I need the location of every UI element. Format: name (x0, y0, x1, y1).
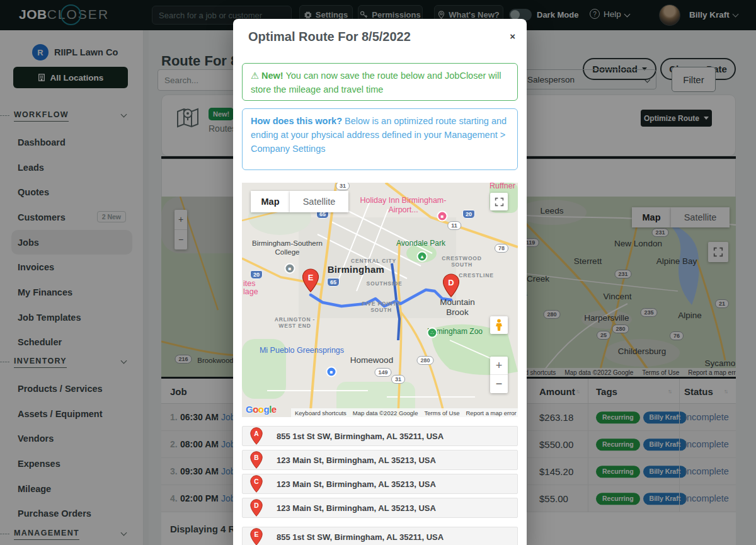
map-label: CRESTLINE (459, 272, 493, 278)
route-stop-row[interactable]: B 123 Main St, Birmingham, AL 35213, USA (242, 450, 518, 470)
google-logo-letter: g (264, 404, 270, 415)
map-label: lage (243, 287, 258, 296)
app-root: JOBCLOSER Settings Permissions What's Ne… (0, 0, 756, 545)
poi-glyph: ■ (330, 369, 333, 374)
route-stop-row[interactable]: E 855 1st St SW, Birmingham, AL 35211, U… (242, 527, 518, 545)
poi-marker-icon: ∴ (427, 328, 438, 338)
close-icon[interactable]: × (510, 32, 515, 41)
stop-address: 123 Main St, Birmingham, AL 35213, USA (277, 479, 436, 489)
svg-text:A: A (254, 430, 259, 437)
map-type-map-button[interactable]: Map (251, 191, 290, 212)
map-label: Mi Pueblo Greensprings (260, 346, 344, 355)
map-type-satellite-button[interactable]: Satellite (290, 191, 348, 212)
route-stops-list: A 855 1st St SW, Birmingham, AL 35211, U… (233, 426, 527, 545)
map-zoom-control[interactable]: + − (490, 357, 508, 393)
stop-pin-icon: A (250, 427, 263, 445)
map-label: SOUTHSIDE (367, 280, 403, 287)
attribution-data: Map data ©2022 Google (353, 410, 418, 416)
map-label: 78 (495, 244, 508, 253)
google-logo-letter: e (272, 404, 277, 415)
alert-bold: How does this work? (251, 116, 342, 126)
stop-address: 855 1st St SW, Birmingham, AL 35211, USA (277, 532, 444, 542)
map-label: 280 (416, 356, 433, 365)
zoom-out-button[interactable]: − (490, 375, 508, 393)
poi-glyph: ∴ (430, 330, 433, 335)
attribution-shortcuts[interactable]: Keyboard shortcuts (295, 410, 346, 416)
zoom-in-button[interactable]: + (490, 357, 508, 375)
alert-bold: New! (261, 71, 284, 81)
map-label: 31 (336, 183, 350, 190)
stop-address: 123 Main St, Birmingham, AL 35213, USA (277, 456, 436, 465)
poi-marker-icon: ■ (437, 211, 448, 222)
map-label: Birmingham (328, 264, 385, 275)
svg-text:D: D (254, 502, 258, 509)
attribution-report[interactable]: Report a map error (466, 410, 516, 416)
modal-title: Optimal Route For 8/5/2022 (248, 30, 411, 44)
poi-marker-icon: ■ (285, 263, 295, 274)
map-fullscreen-button[interactable] (490, 193, 508, 210)
route-stop-pin[interactable]: E (302, 268, 319, 295)
svg-text:B: B (254, 454, 258, 461)
map-label: Homewood (350, 355, 393, 365)
map-label: 11 (447, 221, 461, 230)
map-label: 65 (327, 278, 340, 287)
google-logo-letter: o (253, 404, 258, 415)
map-label: Holiday Inn Birmingham-Airport... (356, 196, 450, 215)
alert-text: You can now save the route below and Job… (251, 71, 501, 95)
stop-pin-icon: C (250, 475, 263, 493)
route-stop-row[interactable]: A 855 1st St SW, Birmingham, AL 35211, U… (242, 426, 518, 446)
route-stop-pin[interactable]: D (443, 273, 460, 300)
route-map[interactable]: BirminghamMountain BrookHomewoodBirmingh… (242, 183, 518, 417)
map-label: CENTRAL CITY (351, 258, 396, 264)
map-label: 20 (462, 210, 475, 219)
route-stop-row[interactable]: D 123 Main St, Birmingham, AL 35213, USA (242, 498, 518, 518)
map-label: Birmingham-Southern College (248, 239, 327, 257)
stop-address: 123 Main St, Birmingham, AL 35213, USA (277, 503, 436, 513)
poi-glyph: ▲ (420, 254, 425, 259)
svg-text:E: E (255, 531, 259, 538)
attribution-terms[interactable]: Terms of Use (425, 410, 460, 416)
stop-pin-icon: B (250, 451, 263, 469)
google-logo-letter: G (246, 404, 253, 415)
poi-marker-icon: ▲ (417, 251, 428, 262)
how-it-works-alert: How does this work? Below is an optimize… (242, 108, 518, 170)
map-label: FIVE POINTS SOUTH (360, 301, 403, 313)
stop-pin-icon: E (250, 528, 263, 545)
svg-text:C: C (254, 478, 259, 485)
map-label: ARLINGTON - WEST END (267, 316, 323, 329)
pegman-icon (495, 319, 503, 331)
map-label: 31 (391, 375, 405, 384)
map-label: 20 (250, 270, 263, 279)
map-label: CRESTWOOD SOUTH (439, 255, 484, 268)
optimal-route-modal: Optimal Route For 8/5/2022 × ⚠ New! You … (233, 19, 527, 545)
map-attribution: Keyboard shortcuts Map data ©2022 Google… (291, 408, 518, 417)
fullscreen-icon (495, 197, 504, 207)
route-stop-row[interactable]: C 123 Main St, Birmingham, AL 35213, USA (242, 474, 518, 494)
pegman-streetview-control[interactable] (490, 316, 508, 334)
poi-glyph: ■ (441, 214, 444, 219)
map-label: Mountain Brook (432, 297, 483, 318)
google-logo-letter: o (258, 404, 264, 415)
map-label: Avondale Park (396, 239, 445, 248)
svg-text:E: E (308, 273, 314, 282)
stop-address: 855 1st St SW, Birmingham, AL 35211, USA (277, 432, 444, 441)
poi-glyph: ■ (289, 266, 292, 271)
map-label: Ruffner Mounta (490, 183, 518, 190)
map-label: ites (243, 279, 255, 288)
warning-icon: ⚠ (251, 71, 259, 81)
poi-marker-icon: ■ (326, 367, 337, 377)
map-label: 149 (374, 368, 391, 377)
google-logo[interactable]: Google (246, 404, 277, 415)
new-feature-alert: ⚠ New! You can now save the route below … (242, 63, 518, 101)
stop-pin-icon: D (250, 499, 263, 517)
svg-text:D: D (448, 278, 454, 287)
